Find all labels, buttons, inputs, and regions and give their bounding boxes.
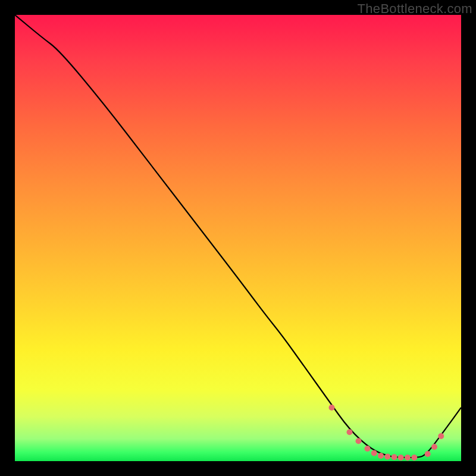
marker-dot [425,451,431,457]
curve-svg [15,15,461,461]
plot-area [15,15,461,461]
marker-dot [411,455,417,461]
marker-group [329,405,444,461]
marker-dot [384,454,390,460]
marker-dot [378,453,384,459]
marker-dot [405,455,411,461]
marker-dot [398,455,404,461]
main-curve [15,15,461,458]
marker-dot [431,444,437,450]
marker-dot [371,450,377,456]
marker-dot [329,405,335,411]
marker-dot [347,429,353,435]
marker-dot [438,433,444,439]
marker-dot [356,438,362,444]
marker-dot [392,454,397,460]
chart-stage: TheBottleneck.com [0,0,476,476]
watermark-text: TheBottleneck.com [358,1,472,17]
marker-dot [365,446,371,452]
